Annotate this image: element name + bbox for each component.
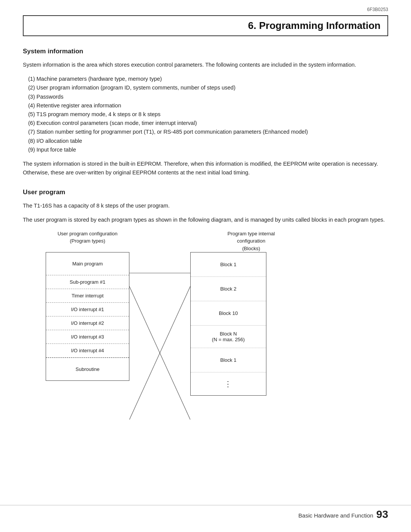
block-row-2: Block 2 <box>191 277 266 301</box>
program-diagram: User program configuration (Program type… <box>46 230 388 458</box>
program-row-timer: Timer interrupt <box>46 289 129 303</box>
footer-text: Basic Hardware and Function <box>298 508 373 519</box>
block-row-1: Block 1 <box>191 252 266 277</box>
document-id: 6F3B0253 <box>367 7 388 12</box>
blocks-box: Block 1 Block 2 Block 10 Block N (N = ma… <box>190 252 266 458</box>
system-information-intro: System information is the area which sto… <box>23 61 388 69</box>
left-label: User program configuration (Program type… <box>46 230 129 252</box>
system-information-section: System information System information is… <box>23 48 388 177</box>
list-item: (3) Passwords <box>27 93 388 101</box>
system-information-heading: System information <box>23 48 388 55</box>
diagram-body: Main program Sub-program #1 Timer interr… <box>46 252 297 458</box>
user-program-heading: User program <box>23 189 388 196</box>
list-item: (7) Station number setting for programme… <box>27 128 388 136</box>
program-row-subroutine: Subroutine <box>46 358 129 380</box>
user-program-section: User program The T1-16S has a capacity o… <box>23 189 388 458</box>
block-row-10: Block 10 <box>191 301 266 326</box>
program-row-subprog1: Sub-program #1 <box>46 275 129 289</box>
diagram-labels: User program configuration (Program type… <box>46 230 297 252</box>
list-item: (6) Execution control parameters (scan m… <box>27 119 388 128</box>
block-row-n: Block N (N = max. 256) <box>191 326 266 348</box>
program-row-io1: I/O interrupt #1 <box>46 303 129 316</box>
program-row-io3: I/O interrupt #3 <box>46 330 129 344</box>
user-program-text1: The T1-16S has a capacity of 8 k steps o… <box>23 201 388 210</box>
program-types-box: Main program Sub-program #1 Timer interr… <box>46 252 129 458</box>
list-item: (1) Machine parameters (hardware type, m… <box>27 75 388 83</box>
chapter-title: 6. Programming Information <box>30 20 381 32</box>
program-row-io4: I/O interrupt #4 <box>46 344 129 358</box>
list-item: (9) Input force table <box>27 145 388 154</box>
system-information-closing: The system information is stored in the … <box>23 160 388 177</box>
list-item: (5) T1S program memory mode, 4 k steps o… <box>27 110 388 119</box>
system-information-list: (1) Machine parameters (hardware type, m… <box>23 75 388 154</box>
page-number: 93 <box>376 505 388 521</box>
list-item: (2) User program information (program ID… <box>27 83 388 92</box>
list-item: (8) I/O allocation table <box>27 137 388 145</box>
list-item: (4) Retentive register area information <box>27 101 388 110</box>
block-row-1b: Block 1 <box>191 348 266 372</box>
right-label: Program type internal configuration (Blo… <box>213 230 289 252</box>
program-row-main: Main program <box>46 252 129 275</box>
block-row-dots: ⋮ <box>191 372 266 395</box>
program-row-io2: I/O interrupt #2 <box>46 316 129 330</box>
chapter-header: 6. Programming Information <box>23 15 388 36</box>
diagram-arrows <box>129 252 190 458</box>
user-program-text2: The user program is stored by each progr… <box>23 216 388 224</box>
page-footer: Basic Hardware and Function 93 <box>0 505 411 521</box>
